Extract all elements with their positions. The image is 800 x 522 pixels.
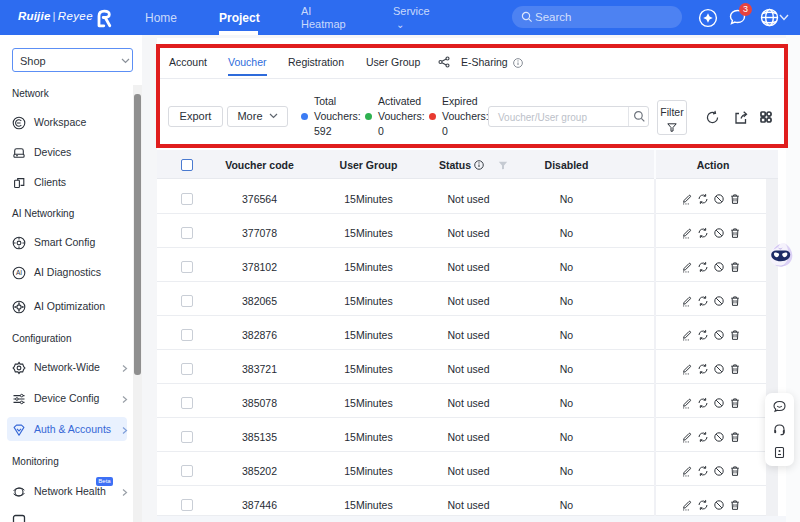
- svg-text:AI: AI: [16, 269, 22, 276]
